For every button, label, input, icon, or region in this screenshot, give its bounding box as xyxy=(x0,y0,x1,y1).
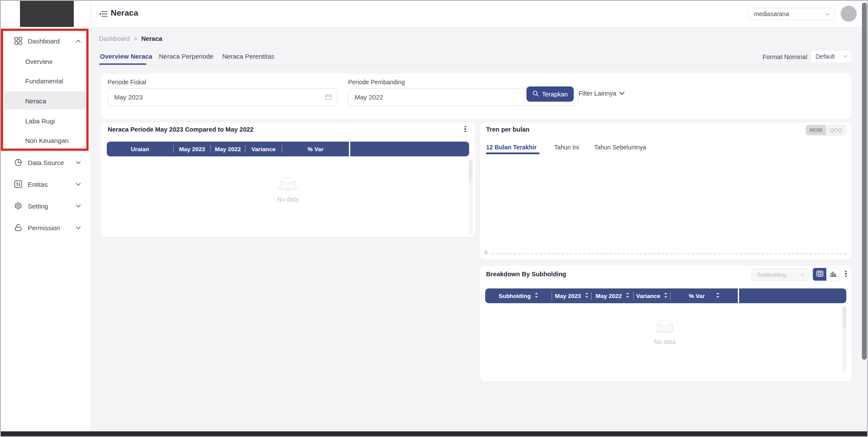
page-scrollbar[interactable] xyxy=(862,3,867,360)
sort-icon xyxy=(664,292,667,299)
page-title: Neraca xyxy=(111,8,138,18)
more-filters-label: Filter Lainnya xyxy=(579,90,616,97)
chevron-down-icon xyxy=(76,183,81,186)
sidebar-item-label: Setting xyxy=(28,202,48,210)
breadcrumb-separator: > xyxy=(134,35,137,42)
sort-icon xyxy=(585,292,589,299)
tren-tab-12-bulan[interactable]: 12 Bulan Terakhir xyxy=(486,144,536,151)
breadcrumb-current: Neraca xyxy=(141,35,162,42)
y-axis-zero-label: 0 xyxy=(484,250,487,256)
chevron-down-icon xyxy=(800,274,805,276)
chevron-down-icon xyxy=(76,205,81,208)
sidebar-item-entitas[interactable]: Entitas xyxy=(1,177,91,191)
company-select[interactable]: mediasarana xyxy=(748,8,835,20)
sidebar-item-dashboard[interactable]: Dashboard xyxy=(1,34,91,48)
breakdown-empty-state: No data xyxy=(638,320,692,345)
toggle-qoq[interactable]: QOQ xyxy=(826,125,846,135)
table-scrollbar-thumb[interactable] xyxy=(469,160,473,181)
avatar[interactable] xyxy=(841,6,857,22)
column-header-may-2023[interactable]: May 2023 xyxy=(174,142,210,156)
tren-tab-tahun-ini[interactable]: Tahun Ini xyxy=(554,144,579,151)
tren-panel-title: Tren per bulan xyxy=(486,126,529,133)
column-header-pct-var[interactable]: % Var xyxy=(671,288,738,303)
kebab-menu-icon[interactable] xyxy=(842,270,849,278)
sidebar-item-neraca[interactable]: Neraca xyxy=(25,97,46,105)
sidebar-item-label: Data Source xyxy=(28,159,64,166)
column-header-may-2023[interactable]: May 2023 xyxy=(552,288,591,303)
tab-neraca-perperiode[interactable]: Neraca Perperiode xyxy=(159,53,214,60)
sidebar-item-label: Permission xyxy=(28,224,60,232)
no-data-label: No data xyxy=(277,196,298,203)
kebab-menu-icon[interactable] xyxy=(462,125,469,133)
sidebar-item-data-source[interactable]: Data Source xyxy=(1,156,91,169)
gear-icon xyxy=(14,202,22,210)
breakdown-table-header: Subholding May 2023 May 2022 Variance % … xyxy=(485,288,738,303)
panel-divider xyxy=(101,137,475,137)
chevron-down-icon xyxy=(825,13,830,16)
table-scrollbar-thumb[interactable] xyxy=(842,307,846,328)
empty-box-icon xyxy=(654,320,675,335)
sort-icon xyxy=(716,292,720,299)
periode-fiskal-label: Periode Fiskal xyxy=(108,79,146,86)
column-header-may-2022[interactable]: May 2022 xyxy=(592,288,633,303)
table-grid-icon xyxy=(816,271,823,278)
sidebar-item-overview[interactable]: Overview xyxy=(25,58,53,65)
chevron-down-icon xyxy=(843,55,848,58)
column-header-subholding[interactable]: Subholding xyxy=(485,288,552,303)
chevron-down-icon xyxy=(619,92,625,95)
menu-fold-icon[interactable] xyxy=(99,10,108,19)
more-filters-button[interactable]: Filter Lainnya xyxy=(579,90,625,97)
subholding-select[interactable]: Subholding xyxy=(751,268,809,281)
tab-neraca-perentitas[interactable]: Neraca Perentitas xyxy=(222,53,274,60)
company-select-value: mediasarana xyxy=(754,10,789,17)
sidebar-item-permission[interactable]: Permission xyxy=(1,221,91,235)
sidebar-item-laba-rugi[interactable]: Laba Rugi xyxy=(25,117,55,125)
column-header-pct-var[interactable]: % Var xyxy=(282,142,349,156)
tren-active-tab-underline xyxy=(486,152,539,154)
chevron-down-icon xyxy=(76,226,81,229)
sidebar-item-fundamental[interactable]: Fundamental xyxy=(25,77,63,85)
chart-view-button[interactable] xyxy=(826,268,840,281)
zero-gridline xyxy=(492,253,847,254)
tab-overview-neraca[interactable]: Overview Neraca xyxy=(100,53,152,60)
breakdown-table-header-trailing xyxy=(739,288,846,303)
chevron-down-icon xyxy=(76,161,81,164)
breakdown-panel-title: Breakdown By Subholding xyxy=(486,271,566,278)
toggle-mom[interactable]: MOM xyxy=(806,125,826,135)
column-header-variance[interactable]: Variance xyxy=(634,288,670,303)
column-header-variance[interactable]: Variance xyxy=(245,142,282,156)
format-nominal-select[interactable]: Default xyxy=(810,50,852,63)
column-header-may-2022[interactable]: May 2022 xyxy=(211,142,245,156)
neraca-table-header-trailing xyxy=(350,142,469,156)
apply-button-label: Terapkan xyxy=(542,91,568,98)
sidebar-item-label: Entitas xyxy=(28,181,48,188)
bar-chart-icon xyxy=(830,271,837,278)
sidebar-item-non-keuangan[interactable]: Non Keuangan xyxy=(25,137,69,144)
breadcrumb-root[interactable]: Dashboard xyxy=(99,35,130,42)
mom-qoq-toggle: MOM QOQ xyxy=(806,125,846,136)
chevron-up-icon xyxy=(76,40,81,43)
sidebar-item-label: Dashboard xyxy=(28,37,59,45)
tren-tab-tahun-sebelumnya[interactable]: Tahun Sebelumnya xyxy=(594,144,646,151)
neraca-empty-state: No data xyxy=(260,177,315,203)
calendar-icon xyxy=(325,94,332,100)
periode-fiskal-input[interactable]: May 2023 xyxy=(108,88,338,106)
sort-icon xyxy=(626,292,629,299)
sidebar: Dashboard Overview Fundamental Neraca La… xyxy=(1,0,91,431)
tren-panel xyxy=(480,122,852,260)
subholding-select-value: Subholding xyxy=(757,271,786,278)
periode-pembanding-label: Periode Pembanding xyxy=(348,79,405,86)
sidebar-item-setting[interactable]: Setting xyxy=(1,199,91,213)
app-logo xyxy=(20,0,74,27)
unlock-icon xyxy=(14,224,22,232)
column-header-uraian[interactable]: Uraian xyxy=(107,142,173,156)
table-view-button[interactable] xyxy=(813,268,826,281)
format-nominal-value: Default xyxy=(815,53,835,60)
empty-box-icon xyxy=(277,177,298,192)
sliders-icon xyxy=(14,180,22,188)
dashboard-grid-icon xyxy=(14,37,22,45)
search-icon xyxy=(533,90,539,98)
apply-button[interactable]: Terapkan xyxy=(526,86,574,102)
pie-chart-icon xyxy=(14,159,22,166)
taskbar-strip xyxy=(1,431,867,436)
